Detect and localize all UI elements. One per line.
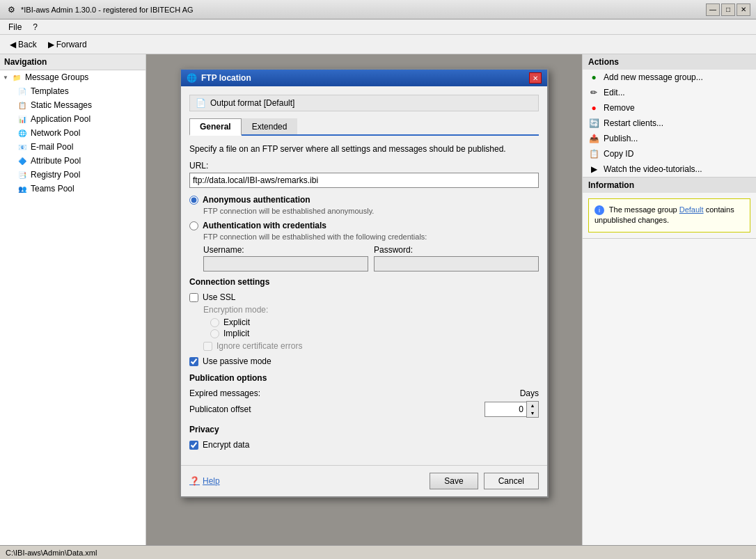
encrypt-data-label[interactable]: Encrypt data [189, 440, 539, 450]
sidebar-item-static-messages[interactable]: 📋 Static Messages [0, 98, 145, 112]
info-icon: i [594, 205, 604, 215]
cancel-button[interactable]: Cancel [484, 473, 539, 489]
sidebar-item-label: E-mail Pool [31, 142, 73, 152]
explicit-radio-group: Explicit [210, 317, 539, 327]
templates-icon: 📄 [17, 86, 28, 97]
dialog-footer: ❓ Help Save Cancel [181, 465, 547, 496]
sidebar-item-label: Message Groups [25, 72, 88, 82]
expand-icon: ▼ [3, 74, 8, 81]
help-icon: ❓ [189, 476, 200, 486]
action-label: Copy ID [604, 149, 633, 159]
use-ssl-text: Use SSL [203, 292, 235, 302]
sidebar-item-network-pool[interactable]: 🌐 Network Pool [0, 126, 145, 140]
menu-help[interactable]: ? [27, 21, 43, 33]
actions-section: Actions ● Add new message group... ✏ Edi… [583, 54, 756, 178]
action-publish[interactable]: 📤 Publish... [583, 131, 756, 146]
action-remove[interactable]: ● Remove [583, 100, 756, 116]
maximize-button[interactable]: □ [721, 3, 735, 16]
add-icon: ● [588, 72, 599, 83]
use-ssl-label[interactable]: Use SSL [189, 292, 539, 302]
action-add-message-group[interactable]: ● Add new message group... [583, 70, 756, 85]
window-controls: — □ ✕ [706, 3, 750, 16]
implicit-label: Implicit [223, 329, 249, 338]
video-icon: ▶ [588, 164, 599, 175]
sidebar-item-application-pool[interactable]: 📊 Application Pool [0, 112, 145, 126]
sidebar-item-teams-pool[interactable]: 👥 Teams Pool [0, 182, 145, 196]
offset-input[interactable] [485, 402, 526, 417]
expired-messages-label: Expired messages: [189, 388, 520, 398]
sidebar-item-attribute-pool[interactable]: 🔷 Attribute Pool [0, 154, 145, 168]
url-input[interactable] [189, 173, 539, 188]
password-field: Password: [374, 245, 539, 271]
info-link[interactable]: Default [679, 205, 704, 214]
action-video-tutorials[interactable]: ▶ Watch the video-tutorials... [583, 162, 756, 177]
app-title: *IBI-aws Admin 1.30.0 - registered for I… [21, 6, 706, 14]
back-icon: ◀ [10, 40, 16, 49]
spinner-up-button[interactable]: ▲ [527, 402, 538, 409]
back-button[interactable]: ◀ Back [6, 38, 41, 51]
spinner-down-button[interactable]: ▼ [527, 409, 538, 417]
action-restart-clients[interactable]: 🔄 Restart clients... [583, 116, 756, 131]
forward-icon: ▶ [48, 40, 54, 49]
close-button[interactable]: ✕ [737, 3, 750, 16]
cred-auth-radio[interactable] [189, 221, 198, 230]
action-copy-id[interactable]: 📋 Copy ID [583, 146, 756, 162]
sidebar-item-registry-pool[interactable]: 📑 Registry Pool [0, 168, 145, 182]
dialog-overlay: 🌐 FTP location ✕ 📄 Output format [Defaul… [146, 54, 582, 545]
help-link[interactable]: ❓ Help [189, 476, 424, 486]
information-section: Information i The message group Default … [583, 178, 756, 239]
password-input[interactable] [374, 256, 539, 271]
use-passive-checkbox[interactable] [189, 357, 198, 366]
encrypt-data-text: Encrypt data [203, 440, 249, 450]
tab-general[interactable]: General [189, 118, 242, 136]
menu-file[interactable]: File [3, 21, 27, 33]
sidebar-item-templates[interactable]: 📄 Templates [0, 84, 145, 98]
sidebar-item-label: Static Messages [31, 100, 92, 110]
minimize-button[interactable]: — [706, 3, 720, 16]
url-group: URL: [189, 161, 539, 188]
anon-auth-desc: FTP connection will be esthablished anon… [203, 207, 539, 215]
spinner-buttons: ▲ ▼ [526, 401, 539, 418]
anonymous-auth-group: Anonymous authentication FTP connection … [189, 195, 539, 215]
connection-settings-group: Connection settings Use SSL Encryption m… [189, 277, 539, 366]
ftp-dialog: 🌐 FTP location ✕ 📄 Output format [Defaul… [180, 68, 549, 498]
encrypt-data-checkbox[interactable] [189, 441, 198, 450]
use-passive-label[interactable]: Use passive mode [189, 356, 539, 366]
tab-extended[interactable]: Extended [242, 118, 298, 134]
ignore-cert-checkbox[interactable] [203, 342, 212, 351]
implicit-radio[interactable] [210, 329, 219, 338]
sidebar-item-message-groups[interactable]: ▼ 📁 Message Groups [0, 70, 145, 84]
username-input[interactable] [203, 256, 368, 271]
anon-auth-radio[interactable] [189, 196, 198, 205]
sidebar-item-label: Templates [31, 86, 69, 96]
ignore-cert-label: Ignore certificate errors [216, 341, 302, 351]
username-label: Username: [203, 245, 368, 255]
use-ssl-checkbox[interactable] [189, 293, 198, 302]
dialog-close-button[interactable]: ✕ [529, 72, 542, 84]
action-label: Publish... [604, 134, 638, 143]
sidebar-item-email-pool[interactable]: 📧 E-mail Pool [0, 140, 145, 154]
save-button[interactable]: Save [430, 473, 478, 489]
action-edit[interactable]: ✏ Edit... [583, 85, 756, 100]
publication-offset-row: Publicaton offset ▲ ▼ [189, 401, 539, 418]
dialog-tabs: General Extended [189, 118, 539, 136]
cred-auth-label[interactable]: Authentication with credentials [189, 221, 539, 230]
anon-auth-label[interactable]: Anonymous authentication [189, 195, 539, 205]
forward-button[interactable]: ▶ Forward [44, 38, 91, 51]
network-pool-icon: 🌐 [17, 127, 28, 139]
privacy-group: Privacy Encrypt data [189, 425, 539, 450]
dialog-titlebar: 🌐 FTP location ✕ [181, 70, 547, 86]
restart-icon: 🔄 [588, 118, 599, 129]
explicit-radio[interactable] [210, 318, 219, 327]
expired-messages-row: Expired messages: Days [189, 388, 539, 398]
encryption-radio-group: Explicit Implicit [210, 317, 539, 338]
url-label: URL: [189, 161, 539, 171]
cred-auth-text: Authentication with credentials [203, 221, 326, 230]
copy-icon: 📋 [588, 148, 599, 159]
publication-offset-label: Publicaton offset [189, 404, 485, 414]
help-label: Help [203, 476, 220, 486]
offset-spinner: ▲ ▼ [485, 401, 539, 418]
attribute-pool-icon: 🔷 [17, 155, 28, 166]
dialog-body: 📄 Output format [Default] General Extend… [181, 86, 547, 465]
sidebar: Navigation ▼ 📁 Message Groups 📄 Template… [0, 54, 146, 545]
